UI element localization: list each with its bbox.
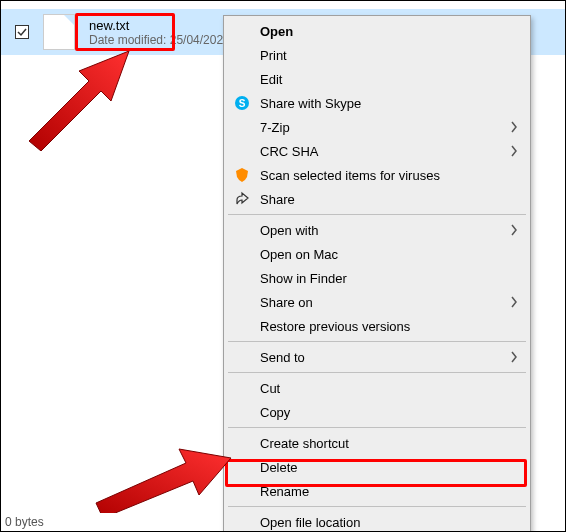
annotation-arrow-icon: [91, 433, 241, 513]
menu-separator: [228, 506, 526, 507]
menu-cut[interactable]: Cut: [226, 376, 528, 400]
menu-delete[interactable]: Delete: [226, 455, 528, 479]
menu-scan-viruses[interactable]: Scan selected items for viruses: [226, 163, 528, 187]
context-menu: Open Print Edit S Share with Skype 7-Zip…: [223, 15, 531, 532]
chevron-right-icon: [510, 224, 518, 236]
menu-open-with[interactable]: Open with: [226, 218, 528, 242]
annotation-arrow-icon: [19, 51, 149, 151]
menu-separator: [228, 427, 526, 428]
file-date-modified: Date modified: 25/04/202: [89, 33, 223, 47]
menu-create-shortcut[interactable]: Create shortcut: [226, 431, 528, 455]
menu-restore-versions[interactable]: Restore previous versions: [226, 314, 528, 338]
menu-print[interactable]: Print: [226, 43, 528, 67]
svg-text:S: S: [239, 98, 246, 109]
file-checkbox[interactable]: [15, 25, 29, 39]
file-label-block: new.txt Date modified: 25/04/202: [85, 16, 227, 49]
share-icon: [234, 191, 250, 207]
menu-crcsha[interactable]: CRC SHA: [226, 139, 528, 163]
file-date-value: 25/04/202: [170, 33, 223, 47]
menu-share-on[interactable]: Share on: [226, 290, 528, 314]
shield-icon: [234, 167, 250, 183]
menu-show-in-finder[interactable]: Show in Finder: [226, 266, 528, 290]
menu-separator: [228, 341, 526, 342]
menu-copy[interactable]: Copy: [226, 400, 528, 424]
chevron-right-icon: [510, 296, 518, 308]
menu-separator: [228, 372, 526, 373]
chevron-right-icon: [510, 121, 518, 133]
menu-rename[interactable]: Rename: [226, 479, 528, 503]
skype-icon: S: [234, 95, 250, 111]
menu-share[interactable]: Share: [226, 187, 528, 211]
menu-separator: [228, 214, 526, 215]
menu-share-skype[interactable]: S Share with Skype: [226, 91, 528, 115]
status-bar: 0 bytes: [5, 515, 44, 529]
menu-edit[interactable]: Edit: [226, 67, 528, 91]
menu-open[interactable]: Open: [226, 19, 528, 43]
menu-7zip[interactable]: 7-Zip: [226, 115, 528, 139]
file-name: new.txt: [89, 18, 223, 33]
text-file-icon: [43, 14, 75, 50]
chevron-right-icon: [510, 145, 518, 157]
menu-open-file-location[interactable]: Open file location: [226, 510, 528, 532]
menu-open-on-mac[interactable]: Open on Mac: [226, 242, 528, 266]
menu-send-to[interactable]: Send to: [226, 345, 528, 369]
file-date-label: Date modified:: [89, 33, 166, 47]
chevron-right-icon: [510, 351, 518, 363]
